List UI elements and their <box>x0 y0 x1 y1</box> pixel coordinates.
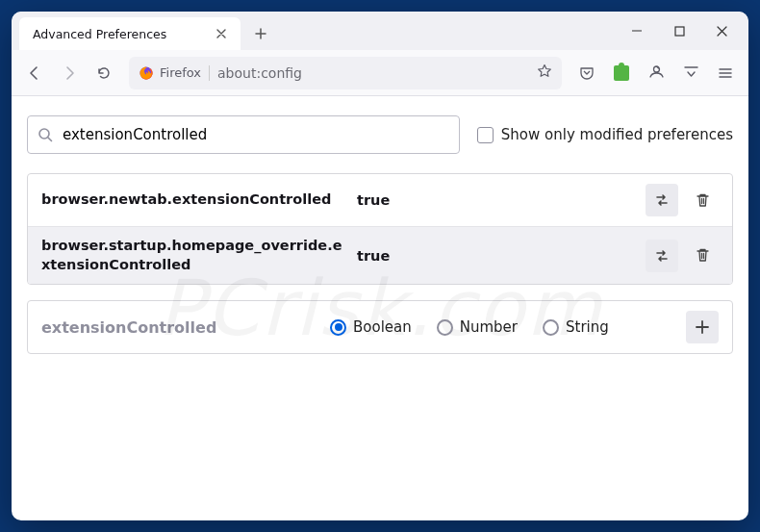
reload-icon <box>96 65 112 81</box>
checkbox-label: Show only modified preferences <box>501 126 733 143</box>
tab-active[interactable]: Advanced Preferences <box>19 17 241 50</box>
forward-button[interactable] <box>54 58 85 89</box>
search-row: Show only modified preferences <box>27 115 733 154</box>
pref-table: browser.newtab.extensionControlled true … <box>27 173 733 285</box>
type-boolean[interactable]: Boolean <box>330 318 412 336</box>
plus-icon <box>695 319 710 335</box>
window-controls <box>610 12 748 50</box>
url-input[interactable] <box>217 65 529 81</box>
pref-row: browser.startup.homepage_override.extens… <box>28 227 732 284</box>
close-icon <box>215 28 227 39</box>
content-area: PCrisk.com Show only modified preference… <box>12 96 748 520</box>
pref-value: true <box>349 248 646 264</box>
tab-title: Advanced Preferences <box>33 27 166 41</box>
type-radio-group: Boolean Number String <box>330 318 686 336</box>
trash-icon <box>695 247 711 264</box>
checkbox-icon <box>477 127 494 143</box>
radio-icon <box>330 319 346 336</box>
bookmark-button[interactable] <box>537 63 552 83</box>
search-icon <box>38 127 53 142</box>
type-string[interactable]: String <box>543 318 609 336</box>
tab-bar: Advanced Preferences <box>12 12 748 50</box>
app-menu-button[interactable] <box>710 58 741 89</box>
minimize-icon <box>631 25 643 37</box>
close-window-button[interactable] <box>700 12 743 50</box>
radio-icon <box>437 319 453 336</box>
nav-toolbar: Firefox <box>12 50 748 96</box>
show-modified-checkbox[interactable]: Show only modified preferences <box>477 126 733 143</box>
close-tab-button[interactable] <box>212 24 231 43</box>
svg-rect-0 <box>675 27 684 36</box>
minimize-button[interactable] <box>616 12 658 50</box>
pocket-icon <box>579 65 595 81</box>
radio-icon <box>543 319 559 336</box>
toggle-icon <box>653 191 671 209</box>
arrow-right-icon <box>62 65 77 81</box>
toggle-button[interactable] <box>646 240 678 272</box>
type-number[interactable]: Number <box>437 318 518 336</box>
reload-button[interactable] <box>89 58 119 89</box>
puzzle-icon <box>614 65 629 81</box>
add-pref-row: extensionControlled Boolean Number Strin… <box>28 301 732 353</box>
pref-name: browser.startup.homepage_override.extens… <box>41 237 349 274</box>
pref-search-input[interactable] <box>63 126 449 143</box>
toggle-button[interactable] <box>646 184 678 216</box>
arrow-left-icon <box>27 65 42 81</box>
close-icon <box>716 25 728 38</box>
browser-window: Advanced Preferences Firefox <box>12 12 748 520</box>
add-pref-button[interactable] <box>686 311 719 343</box>
account-button[interactable] <box>641 58 671 89</box>
pref-name: browser.newtab.extensionControlled <box>41 190 349 210</box>
trash-icon <box>695 192 711 209</box>
pref-row: browser.newtab.extensionControlled true <box>28 174 732 227</box>
maximize-button[interactable] <box>658 12 700 50</box>
new-pref-name: extensionControlled <box>41 318 330 337</box>
maximize-icon <box>674 26 685 37</box>
pocket-button[interactable] <box>571 58 602 89</box>
star-icon <box>537 63 552 79</box>
overflow-button[interactable] <box>675 58 706 89</box>
pref-value: true <box>349 192 646 208</box>
url-bar[interactable]: Firefox <box>129 57 562 89</box>
back-button[interactable] <box>19 58 50 89</box>
hamburger-icon <box>718 65 733 81</box>
plus-icon <box>254 27 267 40</box>
identity-box[interactable]: Firefox <box>139 65 210 81</box>
identity-label: Firefox <box>160 65 201 80</box>
new-tab-button[interactable] <box>244 17 277 50</box>
delete-button[interactable] <box>686 240 719 272</box>
chevron-down-bar-icon <box>683 64 699 81</box>
extension-button[interactable] <box>606 58 637 89</box>
pref-search-box[interactable] <box>27 115 460 154</box>
add-pref-table: extensionControlled Boolean Number Strin… <box>27 300 733 354</box>
delete-button[interactable] <box>686 184 719 216</box>
account-icon <box>648 64 665 81</box>
toggle-icon <box>653 247 671 265</box>
firefox-logo-icon <box>139 65 154 81</box>
